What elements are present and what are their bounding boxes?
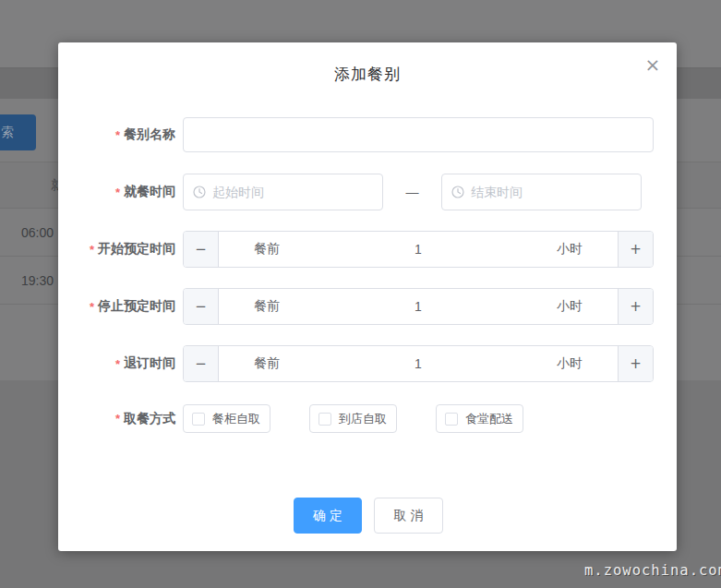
- stepper-unit: 小时: [557, 355, 583, 372]
- form-row-dining-time: * 就餐时间 —: [58, 174, 677, 210]
- stepper-value-area[interactable]: 餐前 1 小时: [219, 346, 618, 381]
- pickup-option-label: 食堂配送: [465, 411, 513, 427]
- meal-name-input[interactable]: [183, 117, 654, 152]
- required-asterisk: *: [115, 186, 120, 199]
- table-cell-time: 19:30: [21, 273, 54, 288]
- search-button[interactable]: 搜索: [0, 114, 36, 150]
- required-asterisk: *: [115, 412, 120, 426]
- start-time-picker[interactable]: [183, 174, 383, 210]
- form-row-meal-name: * 餐别名称: [58, 117, 677, 152]
- add-meal-dialog: 添加餐别 × * 餐别名称 * 就餐时间 —: [58, 42, 677, 551]
- pickup-method-label: * 取餐方式: [58, 411, 175, 427]
- minus-icon[interactable]: −: [184, 289, 219, 324]
- plus-icon[interactable]: +: [618, 346, 653, 381]
- watermark: m.zowochina.com: [584, 562, 721, 579]
- form-row-cancel-time: * 退订时间 − 餐前 1 小时 +: [58, 345, 677, 382]
- required-asterisk: *: [115, 357, 120, 371]
- pickup-option-label: 到店自取: [339, 411, 387, 427]
- required-asterisk: *: [90, 300, 94, 314]
- start-reserve-stepper: − 餐前 1 小时 +: [183, 231, 654, 268]
- cancel-time-stepper: − 餐前 1 小时 +: [183, 345, 654, 382]
- required-asterisk: *: [90, 243, 94, 257]
- start-time-input[interactable]: [212, 185, 382, 199]
- checkbox-icon: [192, 413, 205, 426]
- plus-icon[interactable]: +: [618, 289, 653, 324]
- dining-time-label: * 就餐时间: [58, 184, 175, 200]
- required-asterisk: *: [115, 128, 120, 142]
- dialog-title: 添加餐别: [58, 64, 677, 85]
- end-time-picker[interactable]: [441, 174, 642, 210]
- minus-icon[interactable]: −: [184, 232, 219, 267]
- form-row-start-reserve: * 开始预定时间 − 餐前 1 小时 +: [58, 231, 677, 268]
- stepper-value-area[interactable]: 餐前 1 小时: [219, 289, 618, 324]
- stepper-prefix: 餐前: [254, 241, 280, 258]
- time-range-separator: —: [383, 185, 441, 199]
- pickup-option-cabinet[interactable]: 餐柜自取: [183, 404, 270, 433]
- pickup-option-delivery[interactable]: 食堂配送: [436, 404, 523, 433]
- clock-icon: [451, 186, 464, 198]
- pickup-option-instore[interactable]: 到店自取: [309, 404, 397, 433]
- table-cell-time: 06:00: [21, 225, 54, 240]
- minus-icon[interactable]: −: [184, 346, 219, 381]
- checkbox-icon: [445, 413, 458, 426]
- cancel-time-label: * 退订时间: [58, 355, 175, 372]
- meal-name-label: * 餐别名称: [58, 126, 175, 143]
- clock-icon: [193, 186, 206, 198]
- cancel-button[interactable]: 取 消: [374, 498, 443, 534]
- confirm-button[interactable]: 确 定: [294, 498, 362, 534]
- stepper-value: 1: [415, 356, 422, 371]
- start-reserve-label: * 开始预定时间: [58, 241, 175, 258]
- stop-reserve-stepper: − 餐前 1 小时 +: [183, 288, 654, 325]
- end-time-input[interactable]: [471, 185, 641, 199]
- form-row-pickup-method: * 取餐方式 餐柜自取 到店自取 食堂配送: [58, 403, 677, 434]
- checkbox-icon: [318, 413, 331, 426]
- stepper-value: 1: [415, 242, 422, 257]
- close-icon[interactable]: ×: [642, 54, 664, 76]
- stepper-value: 1: [415, 299, 422, 314]
- stepper-prefix: 餐前: [254, 298, 280, 315]
- stepper-value-area[interactable]: 餐前 1 小时: [219, 232, 618, 267]
- stop-reserve-label: * 停止预定时间: [58, 298, 175, 315]
- stepper-prefix: 餐前: [254, 355, 280, 372]
- form-row-stop-reserve: * 停止预定时间 − 餐前 1 小时 +: [58, 288, 677, 325]
- stepper-unit: 小时: [557, 241, 583, 258]
- pickup-option-label: 餐柜自取: [212, 411, 260, 427]
- plus-icon[interactable]: +: [618, 232, 653, 267]
- stepper-unit: 小时: [557, 298, 583, 315]
